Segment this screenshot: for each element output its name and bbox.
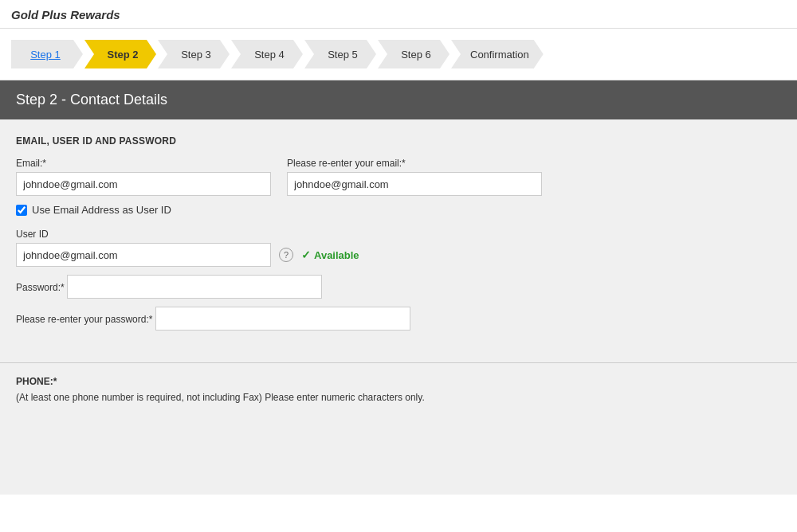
email-reenter-group: Please re-enter your email:* [287,158,542,196]
step-shape-confirmation: Confirmation [451,40,544,68]
use-email-checkbox-label: Use Email Address as User ID [32,204,171,216]
step-label-confirmation: Confirmation [470,49,529,61]
step-shape-1: Step 1 [11,40,83,68]
step-item-confirmation[interactable]: Confirmation [451,40,545,68]
email-label: Email:* [16,158,271,169]
userid-input[interactable] [16,243,271,267]
step-shape-5: Step 5 [304,40,376,68]
step-label-1: Step 1 [30,49,61,61]
use-email-checkbox[interactable] [16,205,27,216]
step-item-4[interactable]: Step 4 [231,40,304,68]
password-group: Password:* [16,275,781,299]
step-label-4: Step 4 [254,49,285,61]
step-label-3: Step 3 [181,49,211,61]
phone-note: (At least one phone number is required, … [16,392,781,403]
step-shape-3: Step 3 [158,40,230,68]
step-item-1[interactable]: Step 1 [11,40,84,68]
step-shape-2: Step 2 [84,40,156,68]
steps-nav: Step 1 Step 2 Step 3 Step 4 Step 5 Step … [0,29,797,80]
section-title: Step 2 - Contact Details [16,92,167,108]
available-badge: ✓ Available [301,248,359,261]
step-item-3[interactable]: Step 3 [158,40,231,68]
email-reenter-input[interactable] [287,172,542,196]
reenter-password-input[interactable] [155,307,410,331]
section-header: Step 2 - Contact Details [0,80,797,119]
password-input[interactable] [67,275,322,299]
userid-label: User ID [16,229,781,240]
step-label-6: Step 6 [401,49,431,61]
reenter-password-label: Please re-enter your password:* [16,314,152,325]
use-email-checkbox-row: Use Email Address as User ID [16,204,781,216]
reenter-password-group: Please re-enter your password:* [16,307,781,331]
email-group: Email:* [16,158,271,196]
step-shape-4: Step 4 [231,40,303,68]
step-shape-6: Step 6 [378,40,450,68]
email-reenter-label: Please re-enter your email:* [287,158,542,169]
userid-group: User ID ? ✓ Available [16,229,781,275]
step-label-5: Step 5 [328,49,358,61]
phone-section: PHONE:* (At least one phone number is re… [0,363,797,416]
phone-title: PHONE:* [16,376,781,387]
main-content: Step 2 - Contact Details EMAIL, USER ID … [0,80,797,495]
email-subsection-title: EMAIL, USER ID AND PASSWORD [16,135,781,147]
step-item-5[interactable]: Step 5 [304,40,378,68]
step-item-6[interactable]: Step 6 [378,40,451,68]
checkmark-icon: ✓ [301,248,311,261]
step-label-2: Step 2 [107,49,138,61]
available-text: Available [314,249,359,261]
password-label: Password:* [16,282,65,293]
email-input[interactable] [16,172,271,196]
app-header: Gold Plus Rewards [0,0,797,29]
email-row: Email:* Please re-enter your email:* [16,158,781,196]
userid-row: ? ✓ Available [16,243,781,267]
step-item-2[interactable]: Step 2 [84,40,158,68]
form-body: EMAIL, USER ID AND PASSWORD Email:* Plea… [0,119,797,354]
app-title: Gold Plus Rewards [11,8,120,22]
help-icon[interactable]: ? [279,248,293,262]
